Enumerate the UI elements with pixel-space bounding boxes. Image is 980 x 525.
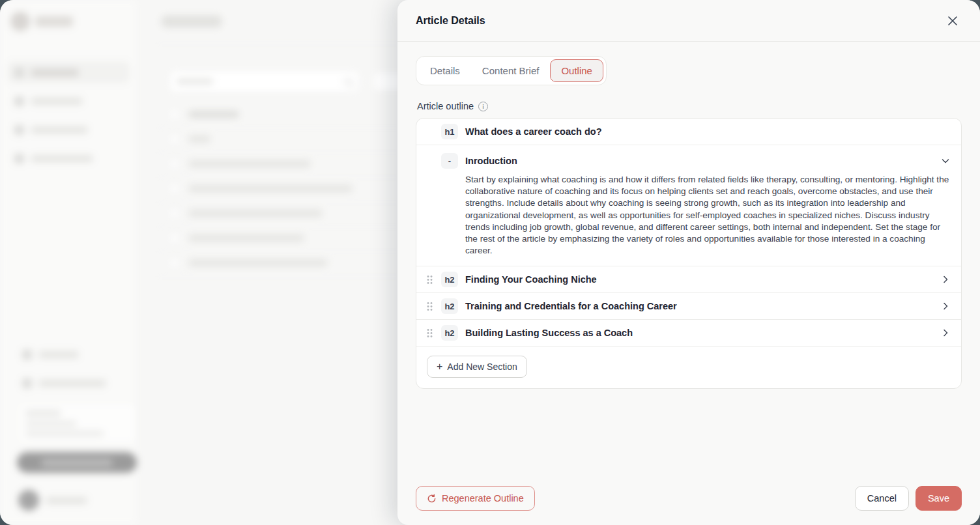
chevron-right-icon[interactable] — [940, 301, 951, 311]
drag-handle-icon[interactable] — [427, 275, 441, 285]
chevron-right-icon[interactable] — [940, 274, 951, 285]
drawer-body: Details Content Brief Outline Article ou… — [397, 42, 980, 389]
outline-row-introduction[interactable]: - Inroduction Start by explaining what c… — [416, 145, 961, 266]
chevron-down-icon[interactable] — [940, 156, 951, 166]
cancel-button[interactable]: Cancel — [855, 486, 909, 511]
drawer-header: Article Details — [397, 0, 980, 42]
heading-badge: h2 — [441, 298, 458, 314]
outline-row-h1[interactable]: h1 What does a career coach do? — [416, 119, 961, 145]
tab-outline[interactable]: Outline — [550, 59, 603, 82]
info-icon[interactable]: i — [478, 102, 488, 111]
add-new-section-label: Add New Section — [447, 362, 517, 372]
outline-row-section[interactable]: h2 Finding Your Coaching Niche — [416, 266, 961, 293]
tab-content-brief[interactable]: Content Brief — [471, 59, 551, 82]
viewport: Article Details Details Content Brief Ou… — [0, 0, 980, 525]
tab-bar: Details Content Brief Outline — [416, 56, 607, 85]
tab-details[interactable]: Details — [419, 59, 471, 82]
outline-title: Inroduction — [465, 156, 940, 166]
regenerate-outline-button[interactable]: Regenerate Outline — [416, 486, 535, 511]
outline-title: What does a career coach do? — [465, 126, 951, 137]
heading-badge: h2 — [441, 325, 458, 341]
app-window: Article Details Details Content Brief Ou… — [0, 0, 980, 525]
plus-icon: + — [437, 362, 442, 372]
introduction-header: - Inroduction — [427, 152, 951, 170]
save-button[interactable]: Save — [915, 486, 962, 511]
drawer-title: Article Details — [416, 15, 485, 27]
close-icon[interactable] — [944, 12, 962, 30]
outline-title: Training and Credentials for a Coaching … — [465, 301, 940, 311]
outline-row-section[interactable]: h2 Building Lasting Success as a Coach — [416, 320, 961, 347]
heading-badge: h2 — [441, 272, 458, 287]
refresh-icon — [427, 494, 437, 504]
outline-label: Article outline — [417, 101, 474, 111]
drag-handle-icon[interactable] — [427, 328, 441, 338]
outline-row-section[interactable]: h2 Training and Credentials for a Coachi… — [416, 293, 961, 320]
footer-actions: Cancel Save — [855, 486, 962, 511]
heading-badge: - — [441, 153, 458, 169]
article-details-drawer: Article Details Details Content Brief Ou… — [397, 0, 980, 525]
add-section-row: + Add New Section — [416, 347, 961, 388]
outline-label-row: Article outline i — [417, 101, 962, 111]
add-new-section-button[interactable]: + Add New Section — [427, 356, 527, 378]
outline-title: Finding Your Coaching Niche — [465, 274, 940, 285]
chevron-right-icon[interactable] — [940, 328, 951, 338]
heading-badge: h1 — [441, 124, 458, 139]
drawer-footer: Regenerate Outline Cancel Save — [397, 472, 980, 525]
outline-title: Building Lasting Success as a Coach — [465, 328, 940, 338]
outline-card: h1 What does a career coach do? - Inrodu… — [416, 118, 962, 389]
section-description: Start by explaining what coaching is and… — [465, 174, 951, 257]
regenerate-outline-label: Regenerate Outline — [442, 493, 524, 504]
drag-handle-icon[interactable] — [427, 302, 441, 311]
